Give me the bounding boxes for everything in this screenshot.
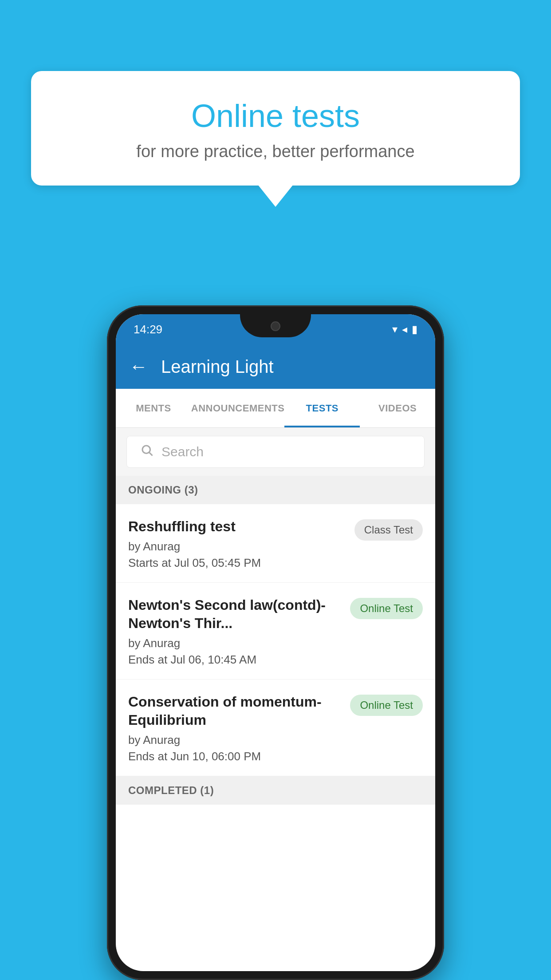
test-info: Reshuffling test by Anurag Starts at Jul… (128, 518, 346, 570)
test-item[interactable]: Reshuffling test by Anurag Starts at Jul… (116, 504, 435, 583)
test-author: by Anurag (128, 540, 346, 553)
test-name: Newton's Second law(contd)-Newton's Thir… (128, 596, 341, 633)
status-icons: ▾ ◂ ▮ (392, 323, 417, 336)
front-camera (271, 321, 280, 331)
notch (240, 314, 311, 337)
speech-bubble: Online tests for more practice, better p… (31, 71, 520, 186)
test-name: Reshuffling test (128, 518, 346, 536)
tab-announcements[interactable]: ANNOUNCEMENTS (191, 389, 285, 427)
completed-section-header: COMPLETED (1) (116, 776, 435, 805)
test-badge-online: Online Test (350, 598, 423, 619)
search-placeholder: Search (161, 444, 204, 459)
test-badge-class: Class Test (354, 519, 423, 541)
speech-bubble-container: Online tests for more practice, better p… (31, 71, 520, 186)
ongoing-section-header: ONGOING (3) (116, 476, 435, 504)
back-button[interactable]: ← (129, 356, 148, 377)
ongoing-title: ONGOING (3) (128, 484, 198, 496)
search-icon (140, 443, 153, 460)
tab-ments[interactable]: MENTS (116, 389, 191, 427)
test-item[interactable]: Conservation of momentum-Equilibrium by … (116, 680, 435, 776)
bubble-title: Online tests (67, 98, 484, 134)
test-time: Starts at Jul 05, 05:45 PM (128, 556, 346, 570)
test-item[interactable]: Newton's Second law(contd)-Newton's Thir… (116, 583, 435, 680)
search-box[interactable]: Search (126, 436, 425, 468)
tabs-bar: MENTS ANNOUNCEMENTS TESTS VIDEOS (116, 389, 435, 428)
wifi-icon: ▾ (392, 323, 398, 336)
tab-videos[interactable]: VIDEOS (360, 389, 435, 427)
signal-icon: ◂ (402, 323, 407, 336)
test-time: Ends at Jun 10, 06:00 PM (128, 750, 341, 763)
bubble-subtitle: for more practice, better performance (67, 142, 484, 161)
test-time: Ends at Jul 06, 10:45 AM (128, 653, 341, 667)
svg-line-1 (150, 453, 153, 456)
phone-container: 14:29 ▾ ◂ ▮ ← Learning Light MENTS ANNOU… (107, 305, 444, 980)
test-name: Conservation of momentum-Equilibrium (128, 693, 341, 730)
test-list: Reshuffling test by Anurag Starts at Jul… (116, 504, 435, 776)
test-badge-online-2: Online Test (350, 695, 423, 716)
test-info: Newton's Second law(contd)-Newton's Thir… (128, 596, 341, 667)
tab-tests[interactable]: TESTS (284, 389, 360, 427)
search-container: Search (116, 428, 435, 476)
test-author: by Anurag (128, 733, 341, 747)
app-title: Learning Light (161, 357, 274, 377)
completed-title: COMPLETED (1) (128, 784, 214, 796)
phone-frame: 14:29 ▾ ◂ ▮ ← Learning Light MENTS ANNOU… (107, 305, 444, 980)
svg-point-0 (142, 446, 150, 454)
test-author: by Anurag (128, 636, 341, 650)
test-info: Conservation of momentum-Equilibrium by … (128, 693, 341, 763)
battery-icon: ▮ (412, 323, 417, 336)
status-bar: 14:29 ▾ ◂ ▮ (116, 314, 435, 344)
phone-screen: 14:29 ▾ ◂ ▮ ← Learning Light MENTS ANNOU… (116, 314, 435, 971)
app-bar: ← Learning Light (116, 344, 435, 389)
status-time: 14:29 (134, 323, 162, 336)
